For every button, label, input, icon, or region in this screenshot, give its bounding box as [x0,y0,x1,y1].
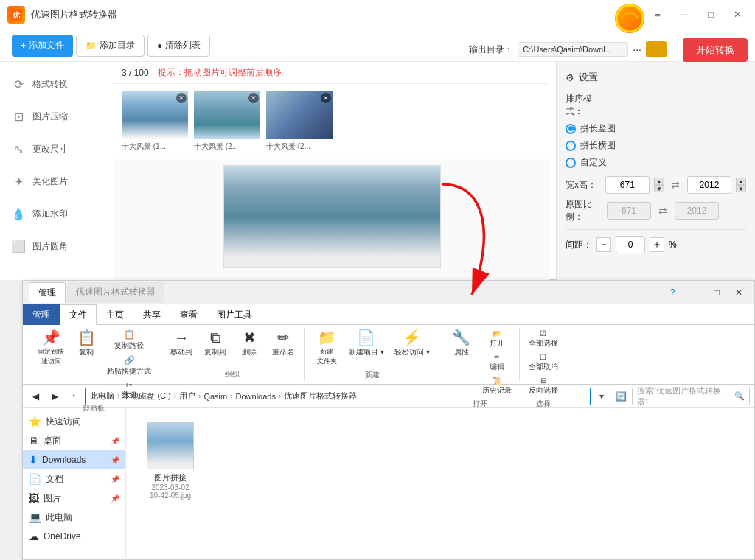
ribbon-tab-manage[interactable]: 管理 [23,304,60,325]
select-all-button[interactable]: ☑ 全部选择 [526,328,561,350]
open-button[interactable]: 📂 打开 [479,328,515,350]
folder-browse-button[interactable] [646,41,667,57]
crumb-pc[interactable]: 此电脑 [90,391,114,402]
spacing-minus-button[interactable]: － [596,237,611,252]
swap-dimensions-icon[interactable]: ⇄ [669,178,683,192]
fe-sidebar-pictures[interactable]: 🖼 图片 📌 [23,489,125,508]
radio-horizontal[interactable]: 拼长横图 [566,139,746,152]
sidebar-item-rounded[interactable]: ⬜ 图片圆角 [0,230,114,262]
new-item-button[interactable]: 📄 新建项目 ▾ [344,328,389,360]
move-to-button[interactable]: → 移动到 [165,328,198,360]
open-content: 🔧 属性 📂 打开 ✏ 编辑 📜 [445,328,515,397]
add-folder-button[interactable]: 📁 添加目录 [76,35,145,57]
watermark-icon: 💧 [10,206,27,222]
ribbon-tab-home[interactable]: 文件 [60,304,97,325]
pin-quick-access-button[interactable]: 📌 固定到快速访问 [33,328,69,368]
ribbon-tab-image-tools[interactable]: 图片工具 [207,304,262,325]
thumb-close-3[interactable]: ✕ [321,93,331,103]
thumb-close-1[interactable]: ✕ [176,93,187,103]
copy-button[interactable]: 📋 复制 [70,328,102,360]
thumb-close-2[interactable]: ✕ [248,93,259,103]
nav-up-button[interactable]: ↑ [66,388,82,405]
fe-close-button[interactable]: ✕ [729,285,748,300]
thumbnail-1[interactable]: ✕ 十大风景 (1... [122,91,188,152]
sidebar-item-resize[interactable]: ⤡ 更改尺寸 [0,133,114,165]
fe-tab-manage[interactable]: 管理 [29,282,66,303]
radio-vertical[interactable]: 拼长竖图 [566,122,746,135]
radio-custom[interactable]: 自定义 [566,156,746,169]
fe-minimize-button[interactable]: ─ [685,285,704,300]
maximize-button[interactable]: □ [700,7,721,22]
app-left-sidebar: ⟳ 格式转换 ⊡ 图片压缩 ⤡ 更改尺寸 ✦ 美化图片 💧 添加水印 ⬜ 图片圆… [0,62,114,280]
rename-button[interactable]: ✏ 重命名 [267,328,299,360]
ribbon-tab-view[interactable]: 查看 [170,304,207,325]
crumb-downloads[interactable]: Downloads [236,392,276,401]
fe-sidebar-docs[interactable]: 📄 文档 📌 [23,469,125,489]
height-input[interactable] [687,176,731,194]
thumbnail-2[interactable]: ✕ 十大风景 (2... [194,91,260,152]
fe-sidebar-desktop[interactable]: 🖥 桌面 📌 [23,431,125,450]
fe-maximize-button[interactable]: □ [707,285,726,300]
crumb-c[interactable]: 本地磁盘 (C:) [122,391,170,402]
thumb-img-3: ✕ [266,91,333,139]
easy-access-button[interactable]: ⚡ 轻松访问 ▾ [390,328,434,360]
crumb-qasim[interactable]: Qasim [203,392,227,401]
edit-icon: ✏ [494,353,500,361]
easy-access-icon: ⚡ [403,330,421,345]
fe-files-area: 图片拼接 2023-03-02 10-42-05.jpg [126,407,755,560]
fe-navbar: ◀ ▶ ↑ 此电脑 › 本地磁盘 (C:) › 用户 › Qasim › Dow… [23,385,754,408]
file-thumb-img-1 [147,423,193,469]
width-input[interactable] [605,176,650,194]
crumb-app[interactable]: 优速图片格式转换器 [284,391,357,402]
add-file-button[interactable]: + 添加文件 [12,35,73,57]
fe-sidebar-quick-access[interactable]: ⭐ 快速访问 [23,412,125,431]
height-up[interactable]: ▲ [736,178,746,185]
sidebar-item-watermark[interactable]: 💧 添加水印 [0,197,114,230]
width-up[interactable]: ▲ [654,178,664,185]
minimize-button[interactable]: ─ [674,7,695,22]
ribbon-tab-share[interactable]: 共享 [133,304,170,325]
thumbnail-3[interactable]: ✕ 十大风景 (2... [266,91,333,152]
search-box[interactable]: 搜索"优速图片格式转换器" 🔍 [632,388,750,405]
fe-tab-app[interactable]: 优速图片格式转换器 [67,282,164,303]
nav-forward-button[interactable]: ▶ [46,388,63,405]
ribbon-group-new: 📁 新建文件夹 📄 新建项目 ▾ ⚡ 轻松访问 ▾ 新建 [306,328,439,381]
width-down[interactable]: ▼ [654,185,664,192]
hint-text: 提示：拖动图片可调整前后顺序 [158,66,282,79]
copy-to-button[interactable]: ⧉ 复制到 [199,328,232,360]
sidebar-item-compress[interactable]: ⊡ 图片压缩 [0,100,114,133]
sidebar-item-format[interactable]: ⟳ 格式转换 [0,68,114,100]
select-col: ☑ 全部选择 ☐ 全部取消 ⊟ 反向选择 [526,328,561,397]
address-refresh-button[interactable]: ▾ [594,388,610,405]
delete-button[interactable]: ✖ 删除 [233,328,265,360]
height-down[interactable]: ▼ [736,185,746,192]
rounded-corner-icon: ⬜ [10,238,27,254]
output-more-button[interactable]: ··· [633,43,641,55]
paste-shortcut-button[interactable]: 🔗 粘贴快捷方式 [104,354,154,378]
spacing-plus-button[interactable]: ＋ [650,237,664,252]
address-go-button[interactable]: 🔄 [613,388,629,405]
menu-button[interactable]: ≡ [647,7,668,22]
fe-sidebar-thispc[interactable]: 💻 此电脑 [23,508,125,527]
settings-title: ⚙ 设置 [566,71,746,84]
crumb-users[interactable]: 用户 [179,391,195,402]
copy-path-button[interactable]: 📋 复制路径 [104,328,154,352]
ribbon-tab-file[interactable]: 主页 [97,304,133,325]
pin-desktop-icon: 📌 [111,437,119,445]
spacing-input[interactable] [616,236,645,253]
new-folder-button[interactable]: 📁 新建文件夹 [310,328,343,368]
deselect-all-button[interactable]: ☐ 全部取消 [526,351,561,374]
sidebar-item-beautify[interactable]: ✦ 美化图片 [0,165,114,197]
file-item-1[interactable]: 图片拼接 2023-03-02 10-42-05.jpg [141,422,200,546]
address-bar[interactable]: 此电脑 › 本地磁盘 (C:) › 用户 › Qasim › Downloads… [85,388,591,405]
fe-sidebar-downloads[interactable]: ⬇ Downloads 📌 [23,450,125,469]
properties-button[interactable]: 🔧 属性 [445,328,478,360]
fe-help-button[interactable]: ? [663,285,682,300]
nav-back-button[interactable]: ◀ [27,388,44,405]
close-button[interactable]: ✕ [727,7,748,22]
fe-sidebar-onedrive[interactable]: ☁ OneDrive [23,527,125,546]
edit-button[interactable]: ✏ 编辑 [479,351,515,374]
start-convert-button[interactable]: 开始转换 [683,38,748,62]
clear-list-button[interactable]: ● 清除列表 [147,35,210,57]
output-path[interactable]: C:\Users\Qasim\Downl... [518,42,628,57]
